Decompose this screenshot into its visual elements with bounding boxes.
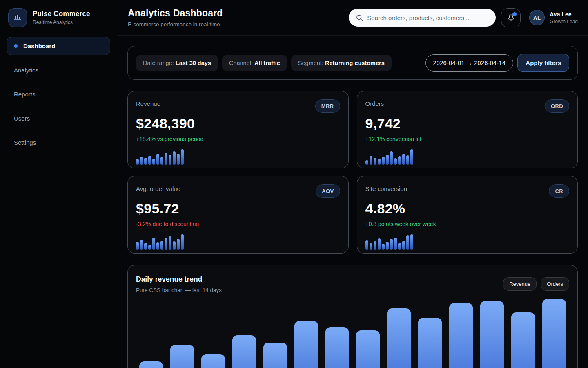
trend-head-text: Daily revenue trend Pure CSS bar chart —… — [136, 275, 222, 293]
trend-bar — [356, 330, 380, 368]
spark-bar — [152, 159, 155, 165]
spark-bar — [144, 158, 147, 165]
filter-chip-segment[interactable]: Segment: Returning customers — [291, 55, 392, 71]
page-title: Analytics Dashboard — [128, 8, 223, 19]
spark-bar — [152, 238, 155, 250]
sidebar-item-label: Reports — [14, 91, 36, 98]
trend-title: Daily revenue trend — [136, 275, 222, 284]
kpi-card-site-conversion: Site conversion CR 4.82% +0.8 points wee… — [357, 176, 578, 254]
spark-bar — [156, 242, 159, 250]
spark-bar — [390, 151, 393, 165]
daily-revenue-bar-chart — [136, 299, 569, 368]
user-chip[interactable]: AL Ava Lee Growth Lead — [529, 10, 578, 25]
sidebar-item-label: Dashboard — [23, 43, 55, 49]
kpi-delta: +18.4% vs previous period — [136, 136, 340, 142]
spark-bar — [406, 155, 409, 165]
kpi-label: Revenue — [136, 100, 160, 107]
spark-bar — [398, 243, 401, 250]
content: Date range: Last 30 days Channel: All tr… — [117, 36, 588, 368]
filter-bar: Date range: Last 30 days Channel: All tr… — [127, 46, 578, 80]
daily-revenue-trend-card: Daily revenue trend Pure CSS bar chart —… — [127, 265, 578, 368]
spark-bar — [136, 159, 139, 165]
notifications-button[interactable] — [501, 8, 521, 27]
sidebar-item-analytics[interactable]: Analytics — [7, 61, 110, 79]
kpi-value: $248,390 — [136, 116, 340, 132]
spark-bar — [169, 155, 172, 165]
kpi-value: 4.82% — [365, 201, 570, 217]
brand-text: Pulse Commerce Realtime Analytics — [33, 10, 90, 25]
kpi-label: Orders — [365, 100, 384, 107]
trend-subtitle: Pure CSS bar chart — last 14 days — [136, 287, 222, 293]
filter-chip-date-range[interactable]: Date range: Last 30 days — [136, 55, 218, 71]
trend-bar — [325, 327, 349, 368]
user-meta: Ava Lee Growth Lead — [550, 11, 578, 25]
search-box[interactable] — [349, 9, 496, 27]
spark-bar — [181, 234, 184, 250]
trend-bar — [542, 299, 566, 368]
spark-bar — [390, 239, 393, 250]
kpi-label: Site conversion — [365, 185, 408, 192]
toggle-revenue[interactable]: Revenue — [503, 277, 537, 291]
sidebar-item-dashboard[interactable]: Dashboard — [7, 37, 110, 55]
kpi-badge: ORD — [545, 99, 569, 113]
topbar: Analytics Dashboard E-commerce performan… — [117, 0, 588, 36]
sidebar-item-settings[interactable]: Settings — [7, 133, 110, 152]
spark-bar — [173, 151, 176, 165]
avatar[interactable]: AL — [529, 10, 545, 25]
spark-bar — [406, 235, 409, 250]
chip-value: All traffic — [254, 60, 280, 66]
sidebar-item-reports[interactable]: Reports — [7, 85, 110, 103]
trend-bar — [263, 343, 287, 368]
chip-value: Last 30 days — [176, 60, 211, 66]
spark-bar — [398, 156, 401, 165]
trend-bar — [139, 361, 163, 368]
date-range-input[interactable]: 2026-04-01 → 2026-04-14 — [425, 54, 514, 72]
kpi-sparkline-chart — [136, 149, 184, 165]
sidebar-item-label: Users — [14, 115, 30, 122]
trend-bar — [201, 354, 225, 368]
spark-bar — [394, 158, 397, 165]
filter-chip-channel[interactable]: Channel: All traffic — [222, 55, 287, 71]
sidebar: Pulse Commerce Realtime Analytics Dashbo… — [0, 0, 117, 368]
search-input[interactable] — [367, 14, 488, 21]
chip-value: Returning customers — [325, 60, 385, 66]
spark-bar — [181, 149, 184, 165]
spark-bar — [169, 236, 172, 250]
sidebar-item-users[interactable]: Users — [7, 109, 110, 128]
user-role: Growth Lead — [550, 19, 578, 25]
chip-label: Segment: — [298, 60, 323, 66]
spark-bar — [382, 244, 385, 250]
search-icon — [356, 14, 363, 21]
sidebar-item-label: Settings — [14, 139, 36, 146]
spark-bar — [370, 156, 372, 165]
trend-bar — [511, 312, 535, 368]
kpi-grid: Revenue MRR $248,390 +18.4% vs previous … — [127, 91, 578, 254]
brand: Pulse Commerce Realtime Analytics — [7, 7, 110, 37]
brand-name: Pulse Commerce — [33, 10, 90, 18]
page-subtitle: E-commerce performance in real time — [128, 21, 223, 27]
kpi-badge: MRR — [315, 99, 340, 113]
spark-bar — [140, 157, 143, 165]
app-root: Pulse Commerce Realtime Analytics Dashbo… — [0, 0, 588, 368]
spark-bar — [382, 157, 385, 165]
trend-bar — [480, 301, 504, 368]
spark-bar — [165, 153, 167, 165]
trend-bar — [418, 318, 442, 368]
sidebar-nav: Dashboard Analytics Reports Users Settin… — [7, 37, 110, 157]
chip-label: Date range: — [143, 60, 174, 66]
kpi-value: $95.72 — [136, 201, 340, 217]
unread-dot-icon — [512, 12, 517, 16]
kpi-badge: AOV — [316, 184, 340, 198]
toggle-orders[interactable]: Orders — [541, 277, 569, 291]
spark-bar — [144, 243, 147, 250]
kpi-sparkline-chart — [136, 234, 184, 250]
brand-logo — [8, 8, 27, 27]
trend-bar — [387, 308, 411, 368]
trend-toggles: Revenue Orders — [503, 277, 569, 291]
main-area: Analytics Dashboard E-commerce performan… — [117, 0, 588, 368]
apply-filters-button[interactable]: Apply filters — [517, 54, 569, 72]
trend-bar — [449, 303, 473, 368]
trend-bar — [170, 345, 194, 368]
spark-bar — [402, 241, 405, 250]
spark-bar — [140, 240, 143, 250]
